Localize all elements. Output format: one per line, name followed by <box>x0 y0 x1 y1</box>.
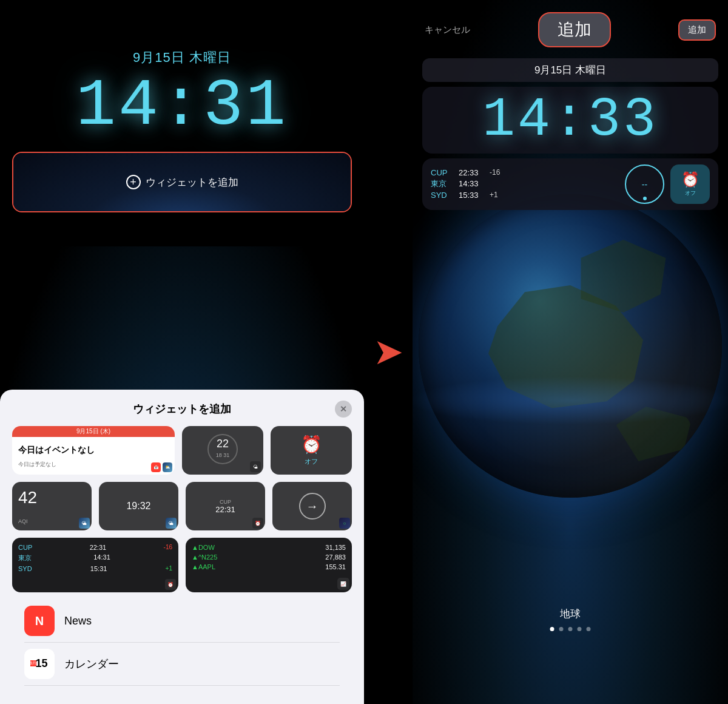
alarm-icon: ⏰ <box>301 435 322 455</box>
clock-sub-numbers: 18 31 <box>216 452 230 458</box>
clock-face: 22 18 31 <box>207 434 238 464</box>
cup-label: CUP <box>220 499 231 505</box>
widget-add-placeholder[interactable]: + ウィジェットを追加 <box>12 152 352 212</box>
dot-5 <box>587 627 591 631</box>
alarm-widget-right: ⏰ オフ <box>670 164 710 204</box>
arrow-icon: → <box>299 493 326 520</box>
wc-row-tokyo: 東京 14:33 <box>431 178 619 189</box>
dot-1 <box>550 627 554 631</box>
time2-widget[interactable]: 19:32 🌥 <box>99 482 178 530</box>
alarm-widget-icon: ⏰ <box>681 171 699 188</box>
calendar-app-name: カレンダー <box>64 657 119 671</box>
alarm-widget-label: オフ <box>685 189 696 197</box>
dial-dot <box>643 197 647 200</box>
earth-globe-right <box>419 194 722 498</box>
cup-clock-badge: ⏰ <box>252 518 263 529</box>
add-right-button[interactable]: 追加 <box>678 19 716 41</box>
alarm-off-label: オフ <box>305 457 318 466</box>
modal-close-button[interactable]: ✕ <box>335 401 352 418</box>
page-indicator <box>550 627 591 631</box>
stock-row-cup: CUP 22:31 -16 <box>18 544 172 551</box>
left-panel: 9月15日 木曜日 14:31 + ウィジェットを追加 ウィジェットを追加 ✕ … <box>0 0 364 704</box>
add-center-button[interactable]: 追加 <box>538 12 611 47</box>
calendar-badge: 📅 <box>151 462 161 472</box>
left-time: 14:31 <box>0 73 364 140</box>
calendar-header: 9月15日 (木) <box>12 426 175 437</box>
stock-aapl: ▲AAPL 155.31 <box>192 563 346 570</box>
dot-2 <box>559 627 564 631</box>
dial-widget: -- <box>625 164 664 204</box>
cancel-button[interactable]: キャンセル <box>425 24 470 36</box>
red-arrow-icon: ➤ <box>373 334 403 370</box>
widget-add-text: + ウィジェットを追加 <box>126 175 238 189</box>
alarm-widget[interactable]: ⏰ オフ <box>271 426 352 475</box>
right-date: 9月15日 木曜日 <box>432 63 709 77</box>
earth-label: 地球 <box>550 607 591 621</box>
fitness-badge: ○ <box>339 518 350 529</box>
stock-n225: ▲^N225 27,883 <box>192 553 346 561</box>
clock-badge: 🌤 <box>250 461 261 472</box>
arrow-widget[interactable]: → ○ <box>272 482 352 530</box>
app-item-news[interactable]: N News <box>24 600 340 643</box>
right-top-content: キャンセル 追加 追加 9月15日 木曜日 14:33 CUP 22:33 -1… <box>413 0 728 210</box>
dial-label: -- <box>642 180 647 189</box>
left-date: 9月15日 木曜日 <box>0 49 364 67</box>
aqi-label: AQI <box>18 518 86 524</box>
world-clock-info: CUP 22:33 -16 東京 14:33 SYD 15:33 +1 <box>431 168 619 201</box>
news-app-icon: N <box>24 606 55 636</box>
stocks-clock-badge: ⏰ <box>165 579 176 590</box>
clock-number: 22 <box>217 438 229 450</box>
stocks-market-widget[interactable]: ▲DOW 31,135 ▲^N225 27,883 ▲AAPL 155.31 📈 <box>186 538 352 592</box>
time2-value: 19:32 <box>126 501 150 512</box>
top-bar: キャンセル 追加 追加 <box>413 0 728 53</box>
widget-row-3: CUP 22:31 -16 東京 14:31 SYD 15:31 +1 ⏰ <box>12 538 352 592</box>
stocks-chart-badge: 📈 <box>337 578 349 590</box>
stock-dow: ▲DOW 31,135 <box>192 544 346 551</box>
calendar-widget[interactable]: 9月15日 (木) 今日はイベントなし 今日は予定なし 📅 ⛅ <box>12 426 175 475</box>
stock-row-tokyo: 東京 14:31 <box>18 553 172 563</box>
earth-glow-right <box>413 376 728 425</box>
aqi-number: 42 <box>18 488 86 507</box>
news-app-name: News <box>64 615 92 628</box>
aqi-widget[interactable]: 42 AQI 🌥 <box>12 482 92 530</box>
wc-row-cup: CUP 22:33 -16 <box>431 168 619 177</box>
arrow-divider: ➤ <box>364 0 413 704</box>
calendar-event2: 今日は予定なし <box>18 461 169 469</box>
wc-row-syd: SYD 15:33 +1 <box>431 191 619 200</box>
widget-row-2: 42 AQI 🌥 19:32 🌥 CUP 22:31 ⏰ → ○ <box>12 482 352 530</box>
stocks-world-clock-widget[interactable]: CUP 22:31 -16 東京 14:31 SYD 15:31 +1 ⏰ <box>12 538 178 592</box>
app-item-calendar[interactable]: 9月 15 カレンダー <box>24 643 340 686</box>
modal-title: ウィジェットを追加 <box>133 402 231 416</box>
right-time: 14:33 <box>432 93 709 147</box>
weather-small-badge: 🌥 <box>79 518 90 529</box>
cup-value: 22:31 <box>215 505 235 514</box>
clock-widget[interactable]: 22 18 31 🌤 <box>182 426 263 475</box>
modal-header: ウィジェットを追加 ✕ <box>12 402 352 416</box>
widget-modal: ウィジェットを追加 ✕ 9月15日 (木) 今日はイベントなし 今日は予定なし … <box>0 390 364 704</box>
right-time-box: 14:33 <box>422 87 718 154</box>
world-clock-widget-right: CUP 22:33 -16 東京 14:33 SYD 15:33 +1 -- <box>422 158 718 210</box>
time2-weather-badge: 🌥 <box>166 518 177 529</box>
right-date-bar: 9月15日 木曜日 <box>422 58 718 82</box>
cup-widget[interactable]: CUP 22:31 ⏰ <box>186 482 265 530</box>
left-top-section: 9月15日 木曜日 14:31 + ウィジェットを追加 <box>0 0 364 212</box>
stock-row-syd: SYD 15:31 +1 <box>18 565 172 572</box>
dot-3 <box>568 627 573 631</box>
weather-badge: ⛅ <box>163 462 172 472</box>
calendar-app-icon: 9月 15 <box>24 649 55 679</box>
earth-label-area: 地球 <box>550 607 591 631</box>
app-list: N News 9月 15 カレンダー <box>12 600 352 686</box>
widget-row-1: 9月15日 (木) 今日はイベントなし 今日は予定なし 📅 ⛅ 22 18 31… <box>12 426 352 475</box>
right-panel: キャンセル 追加 追加 9月15日 木曜日 14:33 CUP 22:33 -1… <box>413 0 728 704</box>
dot-4 <box>578 627 582 631</box>
calendar-event1: 今日はイベントなし <box>18 445 169 456</box>
plus-icon: + <box>126 175 141 189</box>
